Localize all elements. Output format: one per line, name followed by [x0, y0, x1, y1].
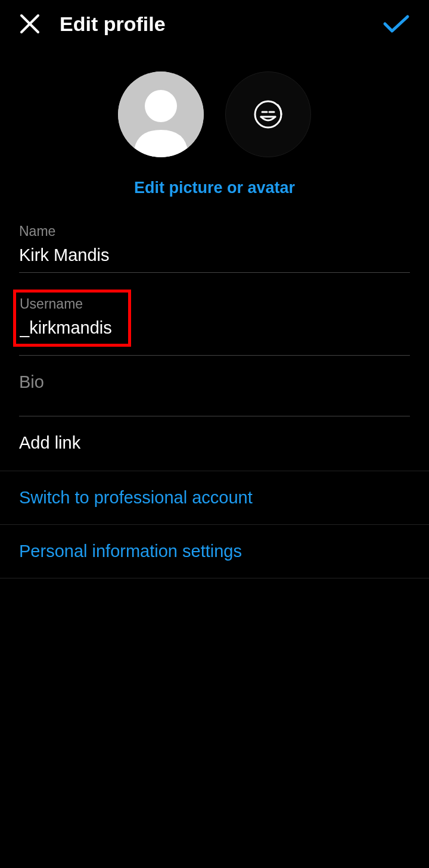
name-field-group[interactable]: Name — [19, 223, 410, 273]
header: Edit profile — [0, 0, 429, 48]
avatar-emoji-icon — [253, 99, 284, 130]
bio-field-group[interactable]: Bio — [19, 372, 410, 416]
avatar-option[interactable] — [225, 71, 311, 157]
username-input[interactable] — [20, 318, 125, 338]
username-highlight: Username — [13, 290, 131, 347]
bio-label: Bio — [19, 372, 410, 392]
form-section: Name Username Bio Add link — [0, 223, 429, 471]
username-label: Username — [20, 296, 125, 312]
page-title: Edit profile — [60, 13, 363, 36]
close-icon[interactable] — [18, 12, 42, 36]
svg-point-3 — [145, 90, 177, 122]
switch-professional-link[interactable]: Switch to professional account — [0, 471, 429, 525]
check-icon — [381, 12, 411, 36]
personal-info-link[interactable]: Personal information settings — [0, 525, 429, 578]
profile-picture[interactable] — [118, 71, 204, 157]
name-label: Name — [19, 223, 410, 239]
links-section: Switch to professional account Personal … — [0, 471, 429, 578]
person-icon — [118, 71, 204, 157]
edit-picture-link[interactable]: Edit picture or avatar — [0, 179, 429, 197]
username-field-group[interactable]: Username — [19, 290, 410, 356]
add-link-button[interactable]: Add link — [19, 433, 410, 471]
confirm-button[interactable] — [381, 12, 411, 36]
avatar-section — [0, 71, 429, 157]
x-icon — [18, 12, 42, 36]
name-input[interactable] — [19, 245, 410, 265]
